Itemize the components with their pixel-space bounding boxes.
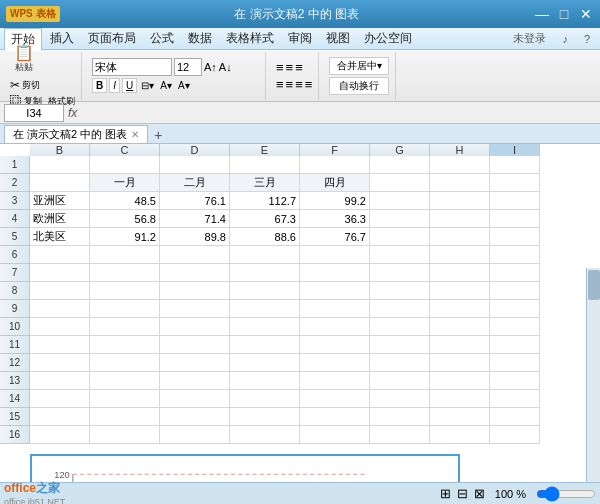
cell-D9[interactable] xyxy=(160,300,230,318)
cell-c6[interactable] xyxy=(90,246,160,264)
cell-H9[interactable] xyxy=(430,300,490,318)
cell-C8[interactable] xyxy=(90,282,160,300)
cell-I13[interactable] xyxy=(490,372,540,390)
cell-H11[interactable] xyxy=(430,336,490,354)
cell-F13[interactable] xyxy=(300,372,370,390)
cell-E9[interactable] xyxy=(230,300,300,318)
cell-h6[interactable] xyxy=(430,246,490,264)
cell-d3[interactable]: 76.1 xyxy=(160,192,230,210)
cell-d1[interactable] xyxy=(160,156,230,174)
cell-G15[interactable] xyxy=(370,408,430,426)
cell-H15[interactable] xyxy=(430,408,490,426)
align-top-icon[interactable]: ≡ xyxy=(276,60,284,75)
zoom-slider[interactable] xyxy=(536,486,596,502)
add-sheet-button[interactable]: + xyxy=(148,127,168,143)
cell-E12[interactable] xyxy=(230,354,300,372)
cell-b4[interactable]: 欧洲区 xyxy=(30,210,90,228)
cell-C13[interactable] xyxy=(90,372,160,390)
cell-e4[interactable]: 67.3 xyxy=(230,210,300,228)
cell-g5[interactable] xyxy=(370,228,430,246)
cell-c2[interactable]: 一月 xyxy=(90,174,160,192)
cell-G8[interactable] xyxy=(370,282,430,300)
align-middle-icon[interactable]: ≡ xyxy=(286,60,294,75)
cell-I16[interactable] xyxy=(490,426,540,444)
cell-B7[interactable] xyxy=(30,264,90,282)
cell-D16[interactable] xyxy=(160,426,230,444)
cell-H10[interactable] xyxy=(430,318,490,336)
cell-f1[interactable] xyxy=(300,156,370,174)
cell-E7[interactable] xyxy=(230,264,300,282)
bold-button[interactable]: B xyxy=(92,78,107,93)
music-icon[interactable]: ♪ xyxy=(556,31,574,47)
cell-F11[interactable] xyxy=(300,336,370,354)
cell-E10[interactable] xyxy=(230,318,300,336)
cell-B11[interactable] xyxy=(30,336,90,354)
cell-f5[interactable]: 76.7 xyxy=(300,228,370,246)
cell-g3[interactable] xyxy=(370,192,430,210)
underline-button[interactable]: U xyxy=(122,78,137,93)
cell-g6[interactable] xyxy=(370,246,430,264)
font-name-input[interactable] xyxy=(92,58,172,76)
cell-G12[interactable] xyxy=(370,354,430,372)
cut-label[interactable]: 剪切 xyxy=(22,79,40,92)
cell-F16[interactable] xyxy=(300,426,370,444)
cell-E13[interactable] xyxy=(230,372,300,390)
status-icon-3[interactable]: ⊠ xyxy=(474,486,485,501)
cell-i2[interactable] xyxy=(490,174,540,192)
cell-e3[interactable]: 112.7 xyxy=(230,192,300,210)
cell-e5[interactable]: 88.6 xyxy=(230,228,300,246)
sheet-tab-close-icon[interactable]: ✕ xyxy=(131,129,139,140)
vertical-scrollbar[interactable] xyxy=(586,268,600,502)
cell-f3[interactable]: 99.2 xyxy=(300,192,370,210)
cell-i6[interactable] xyxy=(490,246,540,264)
cell-i5[interactable] xyxy=(490,228,540,246)
menu-item-view[interactable]: 视图 xyxy=(320,28,356,49)
cell-h1[interactable] xyxy=(430,156,490,174)
cell-d5[interactable]: 89.8 xyxy=(160,228,230,246)
cell-B8[interactable] xyxy=(30,282,90,300)
cell-I9[interactable] xyxy=(490,300,540,318)
cell-H12[interactable] xyxy=(430,354,490,372)
cell-G9[interactable] xyxy=(370,300,430,318)
cell-i4[interactable] xyxy=(490,210,540,228)
cell-e1[interactable] xyxy=(230,156,300,174)
cell-H7[interactable] xyxy=(430,264,490,282)
cell-I14[interactable] xyxy=(490,390,540,408)
cell-D10[interactable] xyxy=(160,318,230,336)
cell-I10[interactable] xyxy=(490,318,540,336)
cell-f2[interactable]: 四月 xyxy=(300,174,370,192)
cell-D14[interactable] xyxy=(160,390,230,408)
cell-c1[interactable] xyxy=(90,156,160,174)
cell-G7[interactable] xyxy=(370,264,430,282)
cell-b6[interactable] xyxy=(30,246,90,264)
cell-H13[interactable] xyxy=(430,372,490,390)
cell-b5[interactable]: 北美区 xyxy=(30,228,90,246)
cell-E11[interactable] xyxy=(230,336,300,354)
cell-c4[interactable]: 56.8 xyxy=(90,210,160,228)
cell-G14[interactable] xyxy=(370,390,430,408)
cell-D8[interactable] xyxy=(160,282,230,300)
align-bottom-icon[interactable]: ≡ xyxy=(295,60,303,75)
cell-B9[interactable] xyxy=(30,300,90,318)
cell-G13[interactable] xyxy=(370,372,430,390)
cell-g2[interactable] xyxy=(370,174,430,192)
cell-h4[interactable] xyxy=(430,210,490,228)
font-size-down[interactable]: A↓ xyxy=(219,61,232,73)
cell-F12[interactable] xyxy=(300,354,370,372)
maximize-button[interactable]: □ xyxy=(556,6,572,22)
cell-D7[interactable] xyxy=(160,264,230,282)
cell-G16[interactable] xyxy=(370,426,430,444)
cell-d6[interactable] xyxy=(160,246,230,264)
cell-B10[interactable] xyxy=(30,318,90,336)
cell-F10[interactable] xyxy=(300,318,370,336)
cell-d4[interactable]: 71.4 xyxy=(160,210,230,228)
cell-B14[interactable] xyxy=(30,390,90,408)
cell-b1[interactable] xyxy=(30,156,90,174)
close-button[interactable]: ✕ xyxy=(578,6,594,22)
cell-h3[interactable] xyxy=(430,192,490,210)
cell-D13[interactable] xyxy=(160,372,230,390)
cell-C9[interactable] xyxy=(90,300,160,318)
cell-e2[interactable]: 三月 xyxy=(230,174,300,192)
fill-btn[interactable]: A▾ xyxy=(158,80,174,91)
cell-E15[interactable] xyxy=(230,408,300,426)
